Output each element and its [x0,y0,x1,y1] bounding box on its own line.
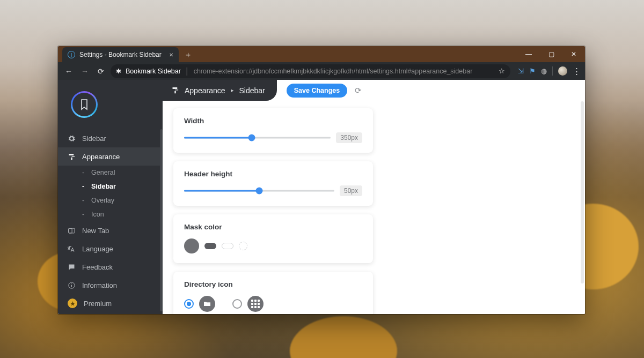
bookmark-favicon-icon: ❘ [68,51,75,58]
sidebar-sub-sidebar[interactable]: -Sidebar [58,180,163,193]
sidebar-item-feedback[interactable]: Feedback [58,258,163,276]
sidebar-item-label: Feedback [82,263,113,271]
logo-ring-icon [71,91,98,118]
svg-point-4 [71,284,72,284]
sidebar-sub-icon[interactable]: -Icon [58,207,163,221]
grid-icon[interactable] [247,296,264,312]
gear-icon [68,135,76,143]
sidebar-item-label: Language [82,245,113,253]
sidebar-item-label: Premium [84,300,112,308]
address-url: chrome-extension://jdbnofccmhefkmjbkkdkf… [194,68,473,75]
card-header-height: Header height 50px [173,161,373,206]
card-mask-color: Mask color [173,214,373,263]
sidebar-item-newtab[interactable]: New Tab [58,221,163,240]
info-icon [68,281,76,289]
sidebar-item-label: New Tab [82,227,109,235]
sidebar-sub-label: General [91,169,115,176]
card-title: Width [184,117,362,125]
back-button[interactable]: ← [62,67,75,76]
tab-title: Settings - Bookmark Sidebar [79,51,162,58]
breadcrumb: Appearance ▸ Sidebar [163,80,277,101]
sidebar-item-language[interactable]: Language [58,240,163,258]
mask-none-option[interactable] [239,242,247,250]
sidebar-sub-label: Icon [91,211,104,218]
browser-toolbar: ← → ⟳ ✱ Bookmark Sidebar │ chrome-extens… [58,62,585,80]
wallpaper-blob [290,316,397,358]
content-header: Appearance ▸ Sidebar Save Changes ⟳ [163,80,585,101]
mask-color-swatch[interactable] [184,238,199,253]
card-title: Mask color [184,223,362,231]
card-width: Width 350px [173,108,373,153]
width-value: 350px [336,132,362,143]
profile-avatar[interactable] [558,66,567,76]
sidebar-sub-label: Sidebar [91,183,116,190]
new-tab-icon [68,227,76,235]
sidebar-sub-general[interactable]: -General [58,166,163,180]
premium-coin-icon: ★ [68,299,77,308]
save-changes-button[interactable]: Save Changes [287,84,347,98]
window-controls: — ▢ ✕ [517,46,585,62]
extension-icon: ✱ [116,68,121,75]
close-tab-icon[interactable]: ✕ [169,52,173,58]
app-logo [58,80,163,129]
settings-cards: Width 350px Header height [163,101,585,314]
sidebar-item-label: Information [82,281,117,289]
reset-icon[interactable]: ⟳ [355,86,362,95]
address-ext-title: Bookmark Sidebar [126,68,181,75]
settings-content: Appearance ▸ Sidebar Save Changes ⟳ Widt… [163,80,585,314]
chevron-right-icon: ▸ [231,87,234,94]
width-slider[interactable] [184,134,331,141]
breadcrumb-page: Sidebar [239,86,265,95]
app-body: Sidebar Appearance -General -Sidebar -Ov… [58,80,585,314]
sidebar-nav: Sidebar Appearance -General -Sidebar -Ov… [58,129,163,312]
address-bar[interactable]: ✱ Bookmark Sidebar │ chrome-extension://… [111,64,510,78]
header-height-slider[interactable] [184,187,334,195]
sidebar-sub-label: Overlay [91,197,114,204]
sidebar-item-appearance[interactable]: Appearance [58,147,163,166]
header-height-value: 50px [340,185,362,196]
paint-roller-icon [171,86,179,94]
toolbar-divider [552,66,553,76]
directory-icon-options [184,296,362,312]
toolbar-actions: ⇲ ⚑ ◍ ⋮ [514,66,581,76]
browser-tab[interactable]: ❘ Settings - Bookmark Sidebar ✕ [62,47,179,62]
new-tab-button[interactable]: ＋ [182,48,195,61]
content-scrollbar[interactable] [581,101,584,284]
paint-roller-icon [68,153,76,161]
forward-button[interactable]: → [78,67,91,76]
reload-button[interactable]: ⟳ [94,67,107,76]
card-title: Header height [184,170,362,178]
minimize-button[interactable]: — [517,46,540,62]
sidebar-item-label: Appearance [82,153,120,161]
card-title: Directory icon [184,280,362,288]
folder-icon[interactable] [199,296,215,312]
card-directory-icon: Directory icon [173,272,373,314]
address-separator: │ [185,68,189,75]
directory-icon-radio[interactable] [184,299,194,309]
sidebar-item-information[interactable]: Information [58,276,163,294]
bookmark-icon [80,99,89,110]
mask-transparent-option[interactable] [222,243,233,249]
svg-rect-0 [69,228,75,233]
browser-menu-button[interactable]: ⋮ [573,66,581,76]
sidebar-item-premium[interactable]: ★ Premium [58,294,163,312]
titlebar: ❘ Settings - Bookmark Sidebar ✕ ＋ — ▢ ✕ [58,46,585,62]
sidebar-item-label: Sidebar [82,135,106,143]
bookmark-star-icon[interactable]: ☆ [499,67,505,75]
extension-action-icon[interactable]: ◍ [541,67,547,75]
maximize-button[interactable]: ▢ [540,46,562,62]
extension-action-icon[interactable]: ⚑ [529,67,536,75]
directory-icon-radio[interactable] [232,299,242,309]
svg-rect-1 [69,228,72,233]
translate-icon [68,245,76,253]
breadcrumb-section: Appearance [185,86,225,95]
extension-action-icon[interactable]: ⇲ [518,67,524,75]
chat-icon [68,263,76,271]
settings-sidebar: Sidebar Appearance -General -Sidebar -Ov… [58,80,163,314]
sidebar-sub-overlay[interactable]: -Overlay [58,193,163,207]
mask-opacity-toggle[interactable] [204,243,216,249]
sidebar-item-sidebar[interactable]: Sidebar [58,129,163,147]
mask-color-options [184,238,362,253]
close-window-button[interactable]: ✕ [562,46,585,62]
browser-window: ❘ Settings - Bookmark Sidebar ✕ ＋ — ▢ ✕ … [58,46,585,314]
